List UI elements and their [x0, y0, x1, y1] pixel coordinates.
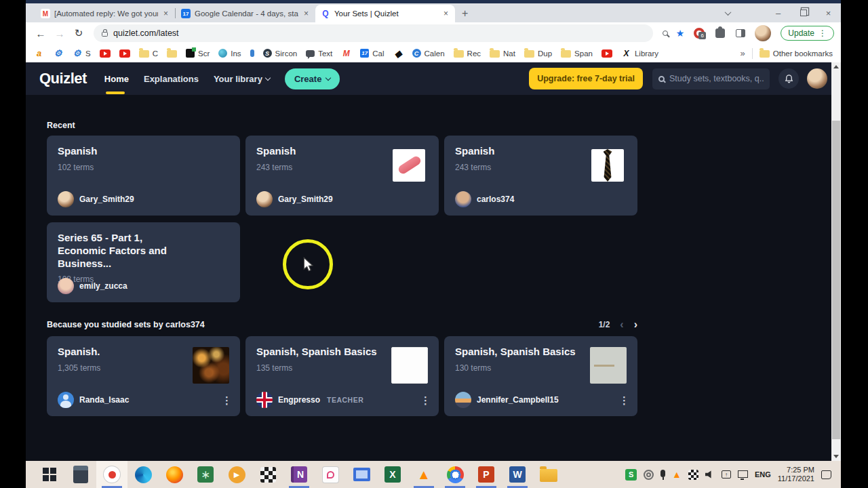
site-search[interactable]: [652, 68, 770, 89]
scroll-up-icon[interactable]: [831, 62, 841, 71]
tab-calendar[interactable]: 17 Google Calendar - 4 days, startin ×: [176, 5, 315, 22]
bookmark-amazon[interactable]: a: [34, 48, 44, 58]
tab-close-icon[interactable]: ×: [162, 9, 170, 18]
bookmark-item[interactable]: SSircon: [263, 49, 298, 58]
scrollbar[interactable]: [831, 62, 841, 461]
minimize-button-icon[interactable]: –: [766, 3, 791, 22]
new-tab-button[interactable]: +: [462, 7, 468, 20]
bookmark-star-icon[interactable]: ★: [676, 28, 685, 39]
search-input[interactable]: [669, 74, 764, 83]
bookmark-youtube[interactable]: [100, 49, 111, 58]
tab-close-icon[interactable]: ×: [442, 9, 450, 18]
nav-your-library[interactable]: Your library: [214, 74, 270, 84]
taskbar-snip[interactable]: [315, 461, 346, 488]
upgrade-button[interactable]: Upgrade: free 7-day trial: [529, 68, 643, 89]
set-user-row[interactable]: Randa_Isaac: [58, 392, 129, 408]
quizlet-logo[interactable]: Quizlet: [39, 70, 87, 87]
other-bookmarks[interactable]: Other bookmarks: [760, 49, 833, 58]
bookmark-item[interactable]: Ins: [218, 49, 241, 58]
tab-search-chevron-icon[interactable]: [715, 3, 741, 22]
extensions-puzzle-icon[interactable]: [715, 28, 725, 38]
bookmark-folder[interactable]: [167, 49, 177, 58]
create-button[interactable]: Create: [285, 68, 340, 89]
bookmark-item[interactable]: Text: [306, 49, 332, 58]
set-user-row[interactable]: emily_zucca: [58, 278, 127, 294]
notifications-button[interactable]: [778, 68, 799, 89]
scrollbar-thumb[interactable]: [832, 121, 840, 439]
taskbar-pattern-app[interactable]: [252, 461, 283, 488]
action-center-icon[interactable]: [821, 470, 831, 479]
tab-close-icon[interactable]: ×: [302, 9, 310, 18]
taskbar-chrome[interactable]: [439, 461, 471, 488]
set-card[interactable]: Spanish 102 terms Gary_Smith29: [47, 136, 240, 216]
address-bar[interactable]: quizlet.com/latest: [94, 24, 653, 42]
reload-button-icon[interactable]: ↻: [71, 27, 87, 39]
nav-home[interactable]: Home: [104, 74, 129, 84]
zoom-icon[interactable]: [663, 30, 668, 36]
set-user-row[interactable]: Jennifer_Campbell15: [455, 392, 559, 408]
taskbar-excel[interactable]: X: [377, 461, 408, 488]
taskbar-word[interactable]: W: [502, 461, 533, 488]
user-avatar[interactable]: [807, 68, 827, 89]
set-card[interactable]: Spanish 243 terms Gary_Smith29: [245, 136, 439, 216]
taskbar-edge[interactable]: [127, 461, 159, 488]
bookmark-item[interactable]: CCalen: [412, 49, 445, 58]
tray-checkered-icon[interactable]: [688, 470, 698, 480]
taskbar-remote-desktop[interactable]: [346, 461, 377, 488]
taskbar-powerpoint[interactable]: P: [471, 461, 502, 488]
bookmark-folder[interactable]: Dup: [524, 49, 552, 58]
taskbar-calculator[interactable]: [65, 461, 96, 488]
card-menu-icon[interactable]: ⋮: [420, 394, 431, 407]
set-card[interactable]: Spanish. 1,305 terms Randa_Isaac ⋮: [47, 336, 240, 416]
taskbar-recorder[interactable]: [96, 461, 127, 488]
restore-button-icon[interactable]: [791, 3, 816, 22]
tray-microphone-icon[interactable]: [660, 470, 665, 477]
bookmark-folder[interactable]: Rec: [454, 49, 481, 58]
set-card[interactable]: Spanish, Spanish Basics 130 terms Jennif…: [444, 336, 637, 416]
set-user-row[interactable]: Gary_Smith29: [58, 191, 134, 207]
chrome-menu-icon[interactable]: ⋮: [818, 28, 827, 38]
next-page-icon[interactable]: ›: [634, 319, 637, 331]
set-card[interactable]: Series 65 - Part 1, Economic Factors and…: [47, 222, 240, 302]
tray-s-icon[interactable]: S: [625, 469, 637, 481]
card-menu-icon[interactable]: ⋮: [619, 394, 629, 407]
bookmarks-overflow-chevron[interactable]: »: [741, 48, 745, 58]
volume-icon[interactable]: [705, 470, 715, 479]
tab-quizlet-active[interactable]: Q Your Sets | Quizlet ×: [315, 5, 455, 22]
bookmark-item[interactable]: ⚙S: [72, 48, 91, 58]
taskbar-media-player[interactable]: ▶: [221, 461, 252, 488]
card-menu-icon[interactable]: ⋮: [222, 394, 232, 407]
bookmark-folder[interactable]: Nat: [490, 49, 515, 58]
taskbar-explorer[interactable]: [533, 461, 564, 488]
bookmark-item[interactable]: ◆: [393, 48, 403, 58]
chrome-update-button[interactable]: Update ⋮: [781, 26, 834, 41]
side-panel-icon[interactable]: [736, 29, 745, 37]
tray-vlc-icon[interactable]: ▲: [672, 470, 682, 479]
screencastify-extension-icon[interactable]: 6: [694, 28, 705, 39]
nav-explanations[interactable]: Explanations: [144, 74, 199, 84]
network-icon[interactable]: [738, 470, 748, 478]
start-button[interactable]: [34, 461, 65, 488]
bookmark-gmail[interactable]: M: [341, 48, 351, 58]
bookmark-folder[interactable]: C: [139, 49, 158, 58]
taskbar-onenote[interactable]: N: [283, 461, 315, 488]
taskbar-vlc[interactable]: ▲: [408, 461, 439, 488]
tab-gmail[interactable]: M [Automated reply: We got your n ×: [35, 5, 175, 22]
bookmark-item[interactable]: XLibrary: [621, 48, 658, 58]
set-user-row[interactable]: EngpressoTEACHER: [256, 392, 363, 408]
tray-update-icon[interactable]: ↑: [722, 470, 731, 479]
chrome-profile-avatar[interactable]: [755, 25, 771, 41]
bookmark-item[interactable]: 17Cal: [360, 49, 384, 58]
tray-ring-icon[interactable]: [644, 470, 654, 480]
close-window-button-icon[interactable]: ×: [816, 3, 841, 22]
set-user-row[interactable]: carlos374: [455, 191, 514, 207]
bookmark-folder[interactable]: Span: [561, 49, 593, 58]
set-user-row[interactable]: Gary_Smith29: [256, 191, 333, 207]
set-card[interactable]: Spanish 243 terms carlos374: [444, 136, 637, 216]
back-button-icon[interactable]: ←: [33, 28, 49, 39]
set-card[interactable]: Spanish, Spanish Basics 135 terms Engpre…: [245, 336, 439, 416]
url-text[interactable]: quizlet.com/latest: [113, 28, 179, 38]
bookmark-youtube[interactable]: [601, 49, 612, 58]
language-indicator[interactable]: ENG: [755, 470, 771, 479]
scroll-down-icon[interactable]: [831, 452, 841, 461]
